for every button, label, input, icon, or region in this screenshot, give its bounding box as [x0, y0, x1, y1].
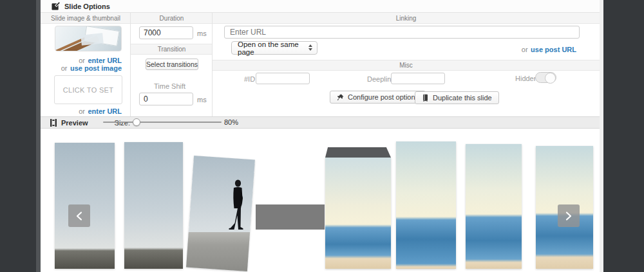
slide-slice-cube — [325, 158, 391, 269]
pedestal — [186, 232, 255, 271]
slide-options-panel: Slide Options Slide image & thumbnail Du… — [41, 0, 603, 272]
slider-preview-pane — [41, 129, 600, 272]
pushpin-icon — [337, 94, 344, 101]
duration-input[interactable] — [139, 26, 193, 39]
chevron-left-icon — [75, 211, 83, 221]
or-text: or — [522, 46, 528, 53]
prev-slide-button[interactable] — [68, 204, 90, 227]
thumb-enter-url-link[interactable]: enter URL — [88, 107, 122, 115]
duplicate-slide-button[interactable]: Duplicate this slide — [415, 91, 499, 104]
slide-slice-rotated — [186, 156, 255, 271]
link-target-select[interactable]: Open on the same page — [231, 41, 317, 55]
section-header-duration: Duration — [131, 13, 213, 24]
cube-top-face — [325, 147, 391, 158]
page-title: Slide Options — [64, 3, 110, 10]
column-divider — [212, 13, 213, 116]
hidden-label: Hidden — [515, 75, 538, 82]
size-value: 80% — [224, 118, 238, 126]
size-slider-thumb[interactable] — [133, 118, 140, 126]
id-label: #ID — [244, 75, 255, 83]
thumb-enter-url-line: or enter URL — [41, 105, 122, 116]
time-shift-unit: ms — [197, 96, 207, 104]
use-post-url-link[interactable]: use post URL — [531, 46, 576, 53]
left-edge-strip — [36, 0, 41, 272]
thumbnail-click-to-set[interactable]: CLICK TO SET — [54, 75, 122, 104]
slide-slice — [124, 142, 183, 269]
deeplink-input[interactable] — [391, 73, 445, 84]
slice-image — [186, 156, 255, 271]
toggle-knob — [545, 73, 556, 84]
use-post-url-line: or use post URL — [522, 43, 576, 55]
select-arrows-icon — [308, 44, 312, 51]
section-header-linking: Linking — [213, 13, 600, 24]
slide-slice — [396, 141, 456, 269]
edit-icon — [52, 2, 60, 10]
section-header-transition: Transition — [131, 44, 213, 55]
time-shift-input[interactable] — [139, 93, 193, 105]
slide-thumbnail[interactable] — [55, 26, 122, 51]
configure-post-options-label: Configure post options — [348, 93, 419, 101]
or-text: or — [61, 64, 68, 72]
time-shift-label: Time Shift — [154, 82, 185, 90]
slide-url-input[interactable] — [224, 26, 580, 39]
hidden-toggle[interactable] — [535, 72, 556, 83]
size-slider-track[interactable] — [103, 122, 222, 123]
preview-label: Preview — [61, 119, 88, 127]
column-divider — [130, 13, 131, 116]
transition-gray-block — [256, 204, 325, 230]
section-header-slide-image: Slide image & thumbnail — [41, 13, 131, 24]
next-slide-button[interactable] — [558, 204, 580, 227]
section-header-misc: Misc — [213, 60, 600, 71]
panel-scrollbar[interactable] — [600, 0, 603, 272]
or-text: or — [79, 107, 85, 115]
id-input[interactable] — [256, 73, 310, 84]
duplicate-slide-label: Duplicate this slide — [433, 94, 492, 102]
panel-titlebar: Slide Options — [41, 0, 603, 13]
use-post-image-line: or use post image — [41, 62, 122, 73]
businessman-silhouette — [225, 179, 247, 231]
configure-post-options-button[interactable]: Configure post options — [330, 91, 426, 104]
slide-slice — [466, 144, 522, 269]
duration-unit: ms — [197, 30, 207, 37]
editor-background: Slide Options Slide image & thumbnail Du… — [0, 0, 644, 272]
link-target-value: Open on the same page — [238, 41, 304, 56]
use-post-image-link[interactable]: use post image — [70, 64, 122, 72]
chevron-right-icon — [565, 211, 573, 221]
select-transitions-button[interactable]: Select transitions — [146, 59, 198, 70]
slide-icon — [50, 119, 57, 127]
copy-icon — [422, 94, 429, 102]
